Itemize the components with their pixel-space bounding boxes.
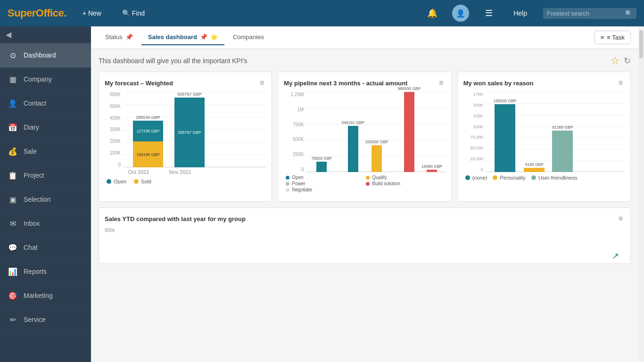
sidebar-item-chat[interactable]: 💬 Chat (0, 236, 91, 260)
tab-companies-label: Companies (233, 33, 264, 41)
chart-grid: My forecast – Weighted ≡ 600K 500K 400K … (99, 72, 631, 202)
pipeline-y-axis: 1.25M 1M 750K 500K 250K 0 (284, 92, 305, 172)
pin-icon: 📌 (125, 33, 133, 41)
selection-icon: ▣ (8, 194, 18, 205)
forecast-chart: 600K 500K 400K 300K 200K 100K 0 (105, 92, 266, 186)
won-sales-chart-card: My won sales by reason ≡ 175K 150K 125K … (457, 72, 631, 202)
sidebar-item-project[interactable]: 📋 Project (0, 164, 91, 188)
ytd-chart-area: ↗ (105, 233, 625, 261)
chat-icon: 💬 (8, 242, 18, 253)
sidebar-item-sale[interactable]: 💰 Sale (0, 140, 91, 164)
tab-sales-label: Sales dashboard (148, 33, 197, 41)
forecast-bar-oct: 286534 GBP 127338 GBP 159196 GBP (133, 115, 163, 167)
sidebar-label-chat: Chat (24, 244, 38, 251)
won-sales-menu-button[interactable]: ≡ (617, 78, 625, 88)
help-button[interactable]: Help (509, 7, 532, 20)
sale-icon: 💰 (8, 146, 18, 156)
reports-icon: 📊 (8, 266, 18, 277)
forecast-chart-header: My forecast – Weighted ≡ (105, 78, 266, 88)
notifications-button[interactable]: 🔔 (424, 5, 441, 22)
sidebar-item-company[interactable]: ▦ Company (0, 67, 91, 91)
app-logo: SuperOffice. (8, 7, 66, 19)
sidebar-item-diary[interactable]: 📅 Diary (0, 115, 91, 140)
pipeline-chart-title: My pipeline next 3 months - actual amoun… (284, 80, 407, 87)
ytd-chart-icon[interactable]: ↗ (612, 251, 619, 261)
sidebar-label-service: Service (24, 316, 46, 323)
search-icon: 🔍 (625, 10, 633, 17)
won-sales-chart-title: My won sales by reason (463, 80, 534, 87)
favorite-star-icon[interactable]: ☆ (611, 55, 620, 67)
scrollbar-thumb[interactable] (639, 30, 643, 58)
user-avatar[interactable]: 👤 (452, 5, 469, 22)
content-area: Status 📌 Sales dashboard 📌 ⭐ Companies ≡… (91, 26, 638, 362)
pipeline-group-2: 346191 GBP 200000 GBP (341, 120, 388, 172)
forecast-chart-card: My forecast – Weighted ≡ 600K 500K 400K … (99, 72, 272, 202)
inbox-icon: ✉ (8, 218, 18, 229)
ytd-card: Sales YTD compared with last year for my… (99, 207, 631, 264)
tab-status[interactable]: Status 📌 (99, 30, 140, 45)
find-button[interactable]: 🔍 Find (117, 7, 149, 20)
pin-icon-2: 📌 (200, 33, 207, 41)
dashboard-description: This dashboard will give you all the imp… (99, 57, 248, 65)
ytd-menu-button[interactable]: ≡ (617, 214, 625, 224)
forecast-legend: Open Sold (105, 179, 266, 184)
won-bar-personality: 9196 GBP (524, 162, 545, 172)
top-navigation: SuperOffice. + New 🔍 Find 🔔 👤 ☰ Help 🔍 (0, 0, 644, 26)
pipeline-chart-card: My pipeline next 3 months - actual amoun… (278, 72, 451, 202)
sidebar-label-project: Project (24, 172, 44, 179)
service-icon: ✏ (8, 314, 18, 325)
pipeline-group-3: 980930 GBP 18480 GBP (398, 86, 443, 172)
diary-icon: 📅 (8, 122, 18, 132)
tab-companies[interactable]: Companies (226, 30, 271, 45)
forecast-menu-button[interactable]: ≡ (258, 78, 266, 88)
sidebar-label-reports: Reports (24, 268, 47, 275)
task-button[interactable]: ≡ ≡ Task (594, 31, 631, 44)
sidebar-item-reports[interactable]: 📊 Reports (0, 260, 91, 284)
main-layout: ◀ ⊙ Dashboard ▦ Company 👤 Contact 📅 Diar… (0, 26, 644, 362)
sidebar-item-service[interactable]: ✏ Service (0, 308, 91, 332)
sidebar: ◀ ⊙ Dashboard ▦ Company 👤 Contact 📅 Diar… (0, 26, 91, 362)
dashboard-icon: ⊙ (8, 50, 18, 60)
sidebar-collapse-button[interactable]: ◀ (6, 30, 11, 39)
dashboard-content: This dashboard will give you all the imp… (91, 49, 638, 362)
tab-bar: Status 📌 Sales dashboard 📌 ⭐ Companies ≡… (91, 26, 638, 49)
forecast-chart-title: My forecast – Weighted (105, 80, 173, 87)
sidebar-item-selection[interactable]: ▣ Selection (0, 188, 91, 212)
scrollbar[interactable] (638, 26, 644, 362)
sidebar-item-inbox[interactable]: ✉ Inbox (0, 212, 91, 236)
forecast-y-axis: 600K 500K 400K 300K 200K 100K 0 (105, 92, 123, 167)
sidebar-label-diary: Diary (24, 123, 39, 131)
won-bar-uf: 91368 GBP (552, 125, 573, 172)
sidebar-item-dashboard[interactable]: ⊙ Dashboard (0, 43, 91, 67)
dashboard-actions: ☆ ↻ (611, 55, 631, 67)
won-sales-chart-header: My won sales by reason ≡ (463, 78, 625, 88)
contact-icon: 👤 (8, 98, 18, 108)
won-y-axis: 175K 150K 125K 100K 75,000 50,000 25,000… (463, 92, 485, 172)
forecast-x-axis: Oct 2021 Nov 2021 (105, 167, 266, 175)
company-icon: ▦ (8, 74, 18, 84)
sidebar-item-contact[interactable]: 👤 Contact (0, 91, 91, 115)
project-icon: 📋 (8, 170, 18, 181)
pipeline-legend: Open Qualify Power (284, 175, 445, 192)
sidebar-label-company: Company (24, 75, 52, 83)
star-tab-icon: ⭐ (210, 33, 218, 41)
won-legend: (none) Personality User-friendliness (463, 175, 625, 181)
sidebar-item-marketing[interactable]: 🎯 Marketing (0, 284, 91, 308)
sidebar-label-inbox: Inbox (24, 220, 40, 227)
refresh-icon[interactable]: ↻ (624, 56, 631, 66)
dashboard-header: This dashboard will give you all the imp… (99, 55, 631, 67)
marketing-icon: 🎯 (8, 290, 18, 301)
sidebar-collapse-section: ◀ (0, 26, 91, 43)
task-label: ≡ Task (607, 34, 625, 41)
won-sales-chart: 175K 150K 125K 100K 75,000 50,000 25,000… (463, 92, 625, 196)
legend-sold: Sold (134, 179, 151, 184)
legend-open: Open (107, 179, 126, 184)
sidebar-label-dashboard: Dashboard (24, 51, 56, 59)
new-button[interactable]: + New (78, 7, 106, 20)
pipeline-chart: 1.25M 1M 750K 500K 250K 0 (284, 92, 445, 196)
pipeline-group-1: 78000 GBP (311, 156, 332, 172)
search-input[interactable] (547, 10, 622, 17)
forecast-bar-nov: 555797 GBP 555797 GBP (174, 92, 205, 167)
tab-sales-dashboard[interactable]: Sales dashboard 📌 ⭐ (141, 30, 224, 45)
menu-button[interactable]: ☰ (480, 5, 497, 22)
